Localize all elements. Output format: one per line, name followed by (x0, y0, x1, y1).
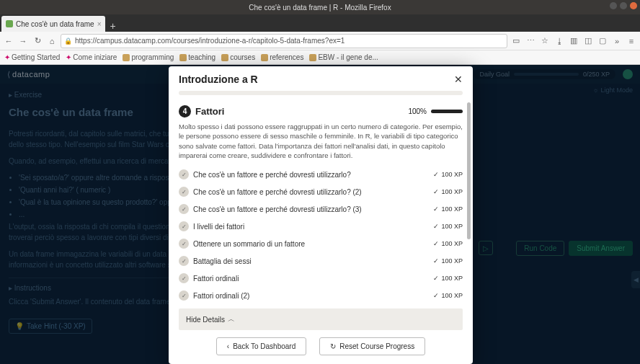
lesson-title: I livelli dei fattori (193, 223, 244, 231)
back-button[interactable]: ← (3, 35, 14, 47)
window-minimize[interactable] (610, 2, 617, 9)
page: ⟨ datacamp Daily Goal 0/250 XP ☼ Light M… (0, 65, 640, 364)
course-outline-modal: Introduzione a R ✕ 4 Fattori 100% Molto … (169, 66, 473, 364)
progress-thinbar (179, 91, 463, 95)
browser-tab-active[interactable]: Che cos'è un data frame × (1, 16, 105, 32)
lesson-row[interactable]: ✓I livelli dei fattori✓100 XP (179, 218, 463, 235)
lesson-row[interactable]: ✓Ottenere un sommario di un fattore✓100 … (179, 235, 463, 252)
overflow-icon[interactable]: » (611, 35, 623, 47)
download-icon[interactable]: ⭳ (554, 35, 565, 47)
tab-close-icon[interactable]: × (97, 20, 102, 28)
done-icon: ✓ (179, 239, 189, 249)
lesson-row[interactable]: ✓Che cos'è un fattore e perché dovresti … (179, 200, 463, 218)
lesson-row[interactable]: ✓Che cos'è un fattore e perché dovresti … (179, 183, 463, 200)
window-close[interactable] (630, 2, 637, 9)
section-progress: 100% (408, 107, 463, 115)
sidebar-icon[interactable]: ◫ (582, 35, 594, 47)
window-title: Che cos'è un data frame | R - Mozilla Fi… (249, 4, 391, 12)
bookmark-item[interactable]: references (261, 53, 303, 61)
lesson-xp: ✓100 XP (433, 188, 463, 195)
lesson-xp: ✓100 XP (433, 205, 463, 213)
back-to-dashboard-button[interactable]: ‹ Back To Dashboard (216, 337, 306, 355)
lesson-xp: ✓100 XP (433, 171, 463, 178)
lesson-row[interactable]: ✓Fattori ordinali✓100 XP (179, 270, 463, 287)
bookmark-item[interactable]: programming (123, 53, 174, 61)
lesson-xp: ✓100 XP (433, 275, 463, 282)
lesson-row[interactable]: ✓Che cos'è un fattore e perché dovresti … (179, 166, 463, 183)
menu-icon[interactable]: ≡ (626, 35, 637, 47)
lesson-row[interactable]: ✓Battaglia dei sessi✓100 XP (179, 252, 463, 270)
modal-title: Introduzione a R (179, 74, 258, 85)
forward-button[interactable]: → (17, 35, 29, 47)
done-icon: ✓ (179, 204, 189, 214)
star-icon[interactable]: ☆ (539, 35, 551, 47)
lesson-title: Che cos'è un fattore e perché dovresti u… (193, 188, 362, 196)
lesson-title: Ottenere un sommario di un fattore (193, 240, 305, 248)
chevron-left-icon: ‹ (227, 342, 229, 350)
browser-toolbar: ← → ↻ ⌂ 🔒 https://campus.datacamp.com/co… (0, 32, 640, 50)
lesson-xp: ✓100 XP (433, 292, 463, 299)
chevron-up-icon: ︿ (228, 314, 235, 324)
lesson-row[interactable]: ✓Fattori ordinali (2)✓100 XP (179, 287, 463, 304)
reset-course-button[interactable]: ↻ Reset Course Progress (319, 337, 425, 355)
section-desc: Molto spesso i dati possono essere raggr… (179, 122, 463, 160)
url-text: https://campus.datacamp.com/courses/intr… (75, 37, 345, 45)
modal-body: 4 Fattori 100% Molto spesso i dati posso… (169, 101, 473, 304)
browser-tabs: Che cos'è un data frame × + (0, 14, 640, 32)
more-icon[interactable]: ⋯ (525, 35, 536, 47)
lock-icon: 🔒 (64, 37, 72, 45)
done-icon: ✓ (179, 290, 189, 301)
lesson-title: Che cos'è un fattore e perché dovresti u… (193, 171, 351, 179)
tab-title: Che cos'è un data frame (16, 20, 94, 28)
lesson-title: Fattori ordinali (2) (193, 292, 249, 300)
library-icon[interactable]: ▥ (568, 35, 579, 47)
lesson-title: Fattori ordinali (193, 275, 239, 283)
bookmark-item[interactable]: ✦Getting Started (4, 53, 60, 61)
section-title: Fattori (195, 106, 224, 117)
bookmark-item[interactable]: EBW - il gene de... (309, 53, 378, 61)
lesson-xp: ✓100 XP (433, 223, 463, 230)
done-icon: ✓ (179, 256, 189, 266)
home-button[interactable]: ⌂ (46, 35, 58, 47)
bookmark-item[interactable]: ✦Come iniziare (66, 53, 117, 61)
lesson-title: Che cos'è un fattore e perché dovresti u… (193, 205, 362, 213)
lesson-xp: ✓100 XP (433, 257, 463, 265)
bookmark-item[interactable]: teaching (179, 53, 215, 61)
reset-icon: ↻ (330, 342, 336, 350)
reader-icon[interactable]: ▭ (510, 35, 522, 47)
scrollbar-thumb[interactable] (467, 102, 471, 239)
favicon (6, 20, 13, 27)
done-icon: ✓ (179, 221, 189, 231)
done-icon: ✓ (179, 169, 189, 179)
new-tab-button[interactable]: + (105, 20, 120, 32)
chapter-badge: 4 (179, 105, 191, 117)
lesson-xp: ✓100 XP (433, 240, 463, 247)
window-maximize[interactable] (620, 2, 627, 9)
close-icon[interactable]: ✕ (454, 74, 463, 85)
reload-button[interactable]: ↻ (32, 35, 43, 47)
bookmarks-bar: ✦Getting Started ✦Come iniziare programm… (0, 50, 640, 65)
hide-details-button[interactable]: Hide Details ︿ (179, 308, 463, 330)
lesson-title: Battaglia dei sessi (193, 257, 252, 265)
done-icon: ✓ (179, 273, 189, 283)
bookmark-item[interactable]: courses (221, 53, 255, 61)
done-icon: ✓ (179, 187, 189, 197)
screenshot-icon[interactable]: ▢ (597, 35, 608, 47)
os-titlebar: Che cos'è un data frame | R - Mozilla Fi… (0, 0, 640, 14)
url-bar[interactable]: 🔒 https://campus.datacamp.com/courses/in… (61, 34, 507, 48)
